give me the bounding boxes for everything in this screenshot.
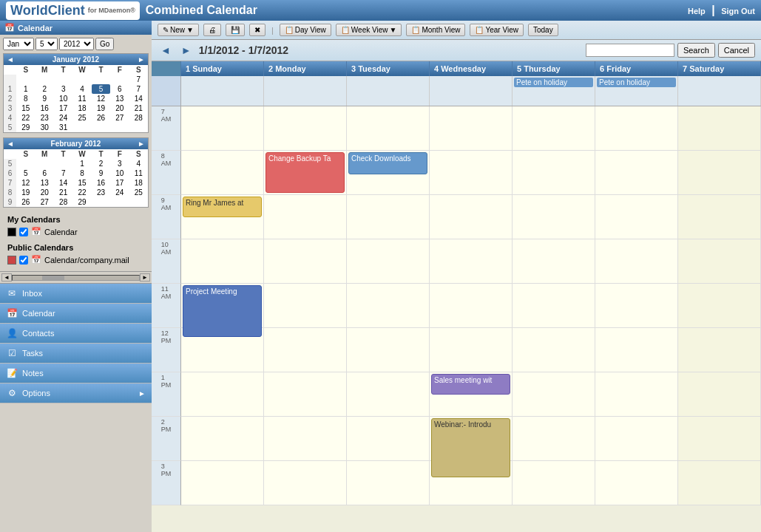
- allday-friday[interactable]: Pete on holiday: [595, 76, 678, 106]
- cell-8am-fri[interactable]: [595, 151, 678, 195]
- cell-12pm-tue[interactable]: [347, 328, 430, 372]
- change-backup-event[interactable]: Change Backup Ta: [265, 152, 345, 193]
- month-select[interactable]: JanFebMar: [3, 38, 34, 50]
- delete-button[interactable]: ✖: [249, 24, 265, 36]
- cell-7am-mon[interactable]: [264, 106, 347, 151]
- new-button[interactable]: ✎ New ▼: [158, 24, 199, 36]
- cell-10am-thu[interactable]: [513, 239, 595, 284]
- cell-3pm-sat[interactable]: [678, 461, 761, 505]
- allday-thursday[interactable]: Pete on holiday: [513, 76, 595, 106]
- cell-9am-sun[interactable]: Ring Mr James at: [181, 195, 264, 239]
- project-meeting-event[interactable]: Project Meeting: [183, 285, 262, 337]
- cell-2pm-mon[interactable]: [264, 417, 347, 461]
- sidebar-item-options[interactable]: ⚙ Options ►: [0, 383, 152, 403]
- month-view-button[interactable]: 📋 Month View: [406, 24, 465, 36]
- cell-2pm-wed[interactable]: Webinar:- Introdu: [430, 417, 513, 461]
- my-calendar-checkbox[interactable]: [19, 228, 28, 236]
- cell-2pm-fri[interactable]: [595, 417, 678, 461]
- save-button[interactable]: 💾: [226, 24, 245, 36]
- search-input[interactable]: [586, 44, 674, 57]
- scroll-right-btn[interactable]: ►: [140, 273, 150, 282]
- search-button[interactable]: Search: [677, 43, 715, 58]
- cell-9am-mon[interactable]: [264, 195, 347, 239]
- cell-2pm-sat[interactable]: [678, 417, 761, 461]
- today-button[interactable]: Today: [528, 24, 558, 36]
- cell-11am-tue[interactable]: [347, 284, 430, 328]
- sales-meeting-event[interactable]: Sales meeting wit: [431, 374, 510, 395]
- sidebar-item-notes[interactable]: 📝 Notes: [0, 364, 152, 383]
- year-view-button[interactable]: 📋 Year View: [470, 24, 523, 36]
- cell-10am-tue[interactable]: [347, 239, 430, 284]
- cell-7am-thu[interactable]: [513, 106, 595, 151]
- cell-9am-wed[interactable]: [430, 195, 513, 239]
- next-month-feb-btn[interactable]: ►: [138, 140, 145, 148]
- cell-8am-mon[interactable]: Change Backup Ta: [264, 151, 347, 195]
- go-button[interactable]: Go: [95, 38, 114, 50]
- pete-holiday-thu[interactable]: Pete on holiday: [514, 78, 593, 87]
- prev-month-btn[interactable]: ◄: [7, 55, 14, 64]
- sidebar-item-inbox[interactable]: ✉ Inbox: [0, 284, 152, 304]
- cell-3pm-fri[interactable]: [595, 461, 678, 505]
- cell-11am-sat[interactable]: [678, 284, 761, 328]
- cell-1pm-sun[interactable]: [181, 372, 264, 417]
- allday-saturday[interactable]: [678, 76, 761, 106]
- cell-12pm-thu[interactable]: [513, 328, 595, 372]
- cell-1pm-wed[interactable]: Sales meeting wit: [430, 372, 513, 417]
- cell-1pm-thu[interactable]: [513, 372, 595, 417]
- cell-2pm-sun[interactable]: [181, 417, 264, 461]
- week-select[interactable]: 5: [35, 38, 58, 50]
- sidebar-item-calendar[interactable]: 📅 Calendar: [0, 304, 152, 324]
- check-downloads-event[interactable]: Check Downloads: [348, 152, 427, 174]
- cell-7am-sun[interactable]: [181, 106, 264, 151]
- cell-9am-sat[interactable]: [678, 195, 761, 239]
- cell-12pm-fri[interactable]: [595, 328, 678, 372]
- cell-9am-fri[interactable]: [595, 195, 678, 239]
- cell-11am-wed[interactable]: [430, 284, 513, 328]
- prev-week-btn[interactable]: ◄: [158, 44, 174, 56]
- cell-8am-tue[interactable]: Check Downloads: [347, 151, 430, 195]
- cell-10am-sat[interactable]: [678, 239, 761, 284]
- cell-8am-wed[interactable]: [430, 151, 513, 195]
- print-button[interactable]: 🖨: [203, 24, 221, 36]
- cell-10am-wed[interactable]: [430, 239, 513, 284]
- scroll-left-btn[interactable]: ◄: [1, 273, 12, 282]
- cell-9am-thu[interactable]: [513, 195, 595, 239]
- cell-1pm-sat[interactable]: [678, 372, 761, 417]
- cell-7am-wed[interactable]: [430, 106, 513, 151]
- cell-11am-mon[interactable]: [264, 284, 347, 328]
- cell-1pm-fri[interactable]: [595, 372, 678, 417]
- cell-12pm-mon[interactable]: [264, 328, 347, 372]
- cell-8am-sat[interactable]: [678, 151, 761, 195]
- cell-1pm-mon[interactable]: [264, 372, 347, 417]
- sidebar-item-contacts[interactable]: 👤 Contacts: [0, 324, 152, 344]
- next-week-btn[interactable]: ►: [178, 44, 195, 56]
- signout-link[interactable]: Sign Out: [721, 7, 755, 16]
- cell-2pm-thu[interactable]: [513, 417, 595, 461]
- cell-10am-mon[interactable]: [264, 239, 347, 284]
- sidebar-item-tasks[interactable]: ☑ Tasks: [0, 344, 152, 364]
- next-month-btn[interactable]: ►: [138, 55, 145, 64]
- help-link[interactable]: Help: [688, 7, 706, 16]
- cell-11am-sun[interactable]: Project Meeting: [181, 284, 264, 328]
- cell-10am-sun[interactable]: [181, 239, 264, 284]
- cell-3pm-thu[interactable]: [513, 461, 595, 505]
- cell-3pm-mon[interactable]: [264, 461, 347, 505]
- cell-7am-fri[interactable]: [595, 106, 678, 151]
- week-view-button[interactable]: 📋 Week View ▼: [336, 24, 402, 36]
- cell-11am-thu[interactable]: [513, 284, 595, 328]
- calendar-grid-container[interactable]: 1 Sunday 2 Monday 3 Tuesday 4 Wednesday …: [152, 61, 761, 532]
- cell-8am-thu[interactable]: [513, 151, 595, 195]
- cell-11am-fri[interactable]: [595, 284, 678, 328]
- cell-3pm-tue[interactable]: [347, 461, 430, 505]
- allday-monday[interactable]: [264, 76, 347, 106]
- cell-1pm-tue[interactable]: [347, 372, 430, 417]
- cell-10am-fri[interactable]: [595, 239, 678, 284]
- cell-7am-sat[interactable]: [678, 106, 761, 151]
- webinar-event[interactable]: Webinar:- Introdu: [431, 418, 510, 477]
- year-select[interactable]: 2012: [59, 38, 94, 50]
- prev-month-feb-btn[interactable]: ◄: [7, 140, 14, 148]
- allday-tuesday[interactable]: [347, 76, 430, 106]
- cancel-button[interactable]: Cancel: [718, 43, 755, 58]
- cell-12pm-sat[interactable]: [678, 328, 761, 372]
- cell-9am-tue[interactable]: [347, 195, 430, 239]
